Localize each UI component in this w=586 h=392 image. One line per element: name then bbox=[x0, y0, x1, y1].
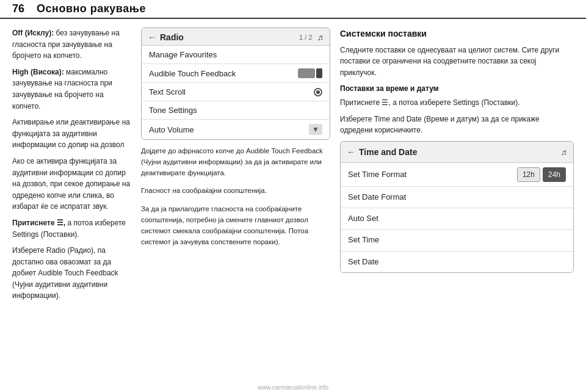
time-date-item-label-1: Set Date Format bbox=[348, 191, 406, 203]
page-title: Основно ракување bbox=[37, 2, 146, 15]
radio-item-0[interactable]: Manage Favourites bbox=[142, 46, 330, 64]
toggle-off-1 bbox=[298, 68, 315, 78]
time-btn-12h[interactable]: 12h bbox=[517, 167, 540, 183]
toggle-switch-1[interactable] bbox=[298, 68, 322, 78]
left-body-6: Изберете Radio (Радио), па достапно ова … bbox=[12, 246, 118, 300]
music-icon-2: ♬ bbox=[561, 146, 568, 159]
time-btn-24h[interactable]: 24h bbox=[543, 167, 566, 183]
time-date-box-header: ← Time and Date ♬ bbox=[341, 142, 573, 163]
time-date-item-3[interactable]: Set Time bbox=[341, 230, 573, 251]
radio-item-label-4: Auto Volume bbox=[149, 125, 194, 134]
left-para-3: Активирање или деактивирање на функцијат… bbox=[12, 117, 131, 151]
radio-box-header: ← Radio 1 / 2 ♬ bbox=[142, 28, 330, 46]
time-date-item-4[interactable]: Set Date bbox=[341, 252, 573, 272]
time-date-box-header-left: ← Time and Date bbox=[347, 146, 417, 159]
radio-item-label-2: Text Scroll bbox=[149, 87, 186, 96]
time-date-item-label-0: Set Time Format bbox=[348, 169, 407, 181]
center-caption-1: Дојдете до афрнасото копче до Audible To… bbox=[141, 146, 330, 178]
dropdown-arrow-4[interactable]: ▼ bbox=[309, 124, 322, 135]
left-body-3: Активирање или деактивирање на функцијат… bbox=[12, 118, 130, 149]
radio-dot-2[interactable] bbox=[314, 88, 322, 96]
left-body-4: Ако се активира функцијата за аудитивни … bbox=[12, 157, 130, 211]
page-number: 76 bbox=[12, 2, 37, 15]
time-date-item-label-4: Set Date bbox=[348, 256, 379, 268]
left-lead-2: High (Висока): bbox=[12, 68, 64, 76]
left-para-5: Притиснете ☰, а потоа изберете Settings … bbox=[12, 217, 131, 240]
time-date-item-label-2: Auto Set bbox=[348, 212, 378, 225]
right-section-title: Системски поставки bbox=[340, 27, 574, 41]
center-column: ← Radio 1 / 2 ♬ Manage Favourites Audibl… bbox=[141, 27, 330, 377]
right-sub-text1: Притиснете ☰, а потоа изберете Settings … bbox=[340, 97, 574, 109]
left-column: Off (Исклу): без зачувување на гласноста… bbox=[12, 27, 131, 377]
radio-item-1[interactable]: Audible Touch Feedback bbox=[142, 64, 330, 83]
right-intro: Следните поставки се однесуваат на целио… bbox=[340, 45, 574, 79]
time-date-ui-box: ← Time and Date ♬ Set Time Format 12h 24… bbox=[340, 141, 574, 273]
right-sub-text2: Изберете Time and Date (Време и датум) з… bbox=[340, 114, 574, 136]
toggle-on-1 bbox=[316, 68, 322, 78]
footer: www.carmanualonline.info bbox=[0, 382, 586, 392]
center-caption-3-text: За да ја прилагодите гласноста на сообра… bbox=[141, 205, 308, 245]
page-header: 76 Основно ракување bbox=[0, 0, 586, 19]
radio-page-indicator: 1 / 2 bbox=[299, 34, 312, 41]
radio-box-title: Radio bbox=[160, 32, 184, 42]
left-para-6: Изберете Radio (Радио), па достапно ова … bbox=[12, 245, 131, 302]
left-lead-1: Off (Исклу): bbox=[12, 29, 54, 37]
radio-ui-box: ← Radio 1 / 2 ♬ Manage Favourites Audibl… bbox=[141, 27, 330, 140]
radio-box-header-left: ← Radio bbox=[148, 32, 184, 42]
time-format-buttons: 12h 24h bbox=[517, 167, 566, 183]
radio-item-label-1: Audible Touch Feedback bbox=[149, 69, 236, 78]
radio-item-4[interactable]: Auto Volume ▼ bbox=[142, 120, 330, 139]
right-column: Системски поставки Следните поставки се … bbox=[340, 27, 574, 377]
time-date-item-0[interactable]: Set Time Format 12h 24h bbox=[341, 163, 573, 187]
radio-item-label-0: Manage Favourites bbox=[149, 50, 217, 59]
main-content: Off (Исклу): без зачувување на гласноста… bbox=[0, 19, 586, 382]
radio-item-3[interactable]: Tone Settings bbox=[142, 101, 330, 120]
radio-dot-inner-2 bbox=[316, 90, 320, 94]
center-caption-3: За да ја прилагодите гласноста на сообра… bbox=[141, 204, 330, 247]
right-subsection-title: Поставки за време и датум bbox=[340, 83, 574, 95]
back-icon: ← bbox=[148, 32, 156, 42]
radio-item-label-3: Tone Settings bbox=[149, 106, 197, 115]
left-para-1: Off (Исклу): без зачувување на гласноста… bbox=[12, 27, 131, 62]
center-caption-2: Гласност на сообраќајни соопштенија. bbox=[141, 186, 330, 197]
time-date-item-1[interactable]: Set Date Format bbox=[341, 187, 573, 208]
time-date-box-title: Time and Date bbox=[359, 146, 417, 159]
footer-watermark: www.carmanualonline.info bbox=[258, 384, 328, 391]
music-icon: ♬ bbox=[317, 32, 324, 42]
time-date-item-2[interactable]: Auto Set bbox=[341, 208, 573, 230]
back-icon-2: ← bbox=[347, 146, 355, 159]
time-date-item-label-3: Set Time bbox=[348, 234, 379, 246]
left-lead-5: Притиснете ☰, bbox=[12, 219, 65, 227]
radio-item-2[interactable]: Text Scroll bbox=[142, 83, 330, 101]
center-caption-2-lead: Гласност на сообраќајни соопштенија. bbox=[141, 187, 267, 194]
left-para-4: Ако се активира функцијата за аудитивни … bbox=[12, 156, 131, 212]
left-para-2: High (Висока): максимално зачувување на … bbox=[12, 67, 131, 112]
page-container: 76 Основно ракување Off (Исклу): без зач… bbox=[0, 0, 586, 392]
